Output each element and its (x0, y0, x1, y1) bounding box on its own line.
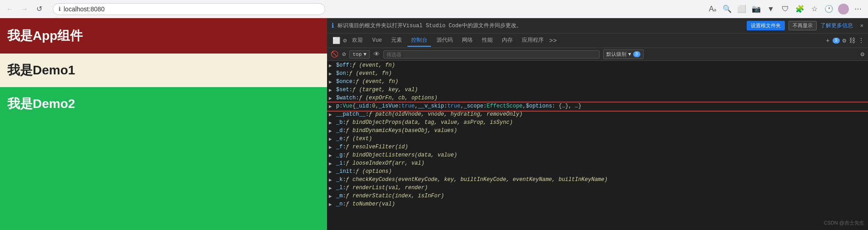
top-label: top (352, 52, 362, 57)
console-settings-icon[interactable]: ⚙ (861, 50, 864, 58)
console-toolbar: 🚫 ⊘ top ▼ 👁 默认级别 ▼ 3 ⚙ (327, 48, 868, 61)
expand-n-icon[interactable] (329, 201, 332, 207)
console-line-i: _i: ƒ looseIndexOf(arr, val) (327, 160, 868, 168)
inspect-icon[interactable]: ⬜ (332, 37, 340, 44)
extension-vividl-icon[interactable]: ▼ (765, 4, 776, 15)
sync-icon[interactable]: ⛓ (849, 37, 855, 44)
notification-close-icon[interactable]: ✕ (860, 22, 863, 29)
tab-network[interactable]: 网络 (458, 34, 476, 47)
app-title: 我是App组件 (0, 18, 327, 54)
console-line-d: _d: ƒ bindDynamicKeys(baseObj, values) (327, 127, 868, 135)
console-line-once: $once: ƒ (event, fn) (327, 78, 868, 86)
expand-m-icon[interactable] (329, 193, 332, 199)
url-bar[interactable]: ℹ localhost:8080 (53, 3, 325, 15)
avatar[interactable] (838, 4, 849, 15)
tab-vue[interactable]: Vue (368, 35, 386, 46)
learn-more-link[interactable]: 了解更多信息 (820, 22, 853, 29)
expand-watch-icon[interactable] (329, 95, 332, 101)
console-line-set: $set: ƒ (target, key, val) (327, 86, 868, 94)
console-line-m: _m: ƒ renderStatic(index, isInFor) (327, 192, 868, 201)
expand-g-icon[interactable] (329, 152, 332, 158)
main-area: 我是App组件 我是Demo1 我是Demo2 ℹ 标识项目的根文件夹以打开Vi… (0, 18, 868, 230)
tab-console[interactable]: 控制台 (407, 34, 431, 47)
console-line-g: _g: ƒ bindObjectListeners(data, value) (327, 152, 868, 160)
add-tab-icon[interactable]: + (826, 37, 829, 44)
level-badge: 3 (633, 51, 640, 57)
extension-shield-icon[interactable]: 🛡 (780, 4, 791, 15)
search-icon[interactable]: 🔍 (722, 4, 733, 15)
app-view: 我是App组件 我是Demo1 我是Demo2 (0, 18, 327, 230)
demo1-section: 我是Demo1 (0, 54, 327, 87)
console-content: $off: ƒ (event, fn) $on: ƒ (event, fn) $… (327, 61, 868, 230)
browser-chrome: ← → ↺ ℹ localhost:8080 Aₐ 🔍 ⬜ 📷 ▼ 🛡 🧩 ☆ … (0, 0, 868, 18)
tab-icon[interactable]: ⬜ (736, 4, 747, 15)
cursor-icon[interactable]: ⊘ (343, 37, 347, 44)
expand-e-icon[interactable] (329, 136, 332, 142)
watermark: CSDN @吉士先生 (824, 220, 864, 226)
expand-l-icon[interactable] (329, 185, 332, 191)
console-line-p: p: Vue { _uid: 0, _isVue: true, __v_skip… (327, 103, 868, 111)
console-line-l: _l: ƒ renderList(val, render) (327, 184, 868, 192)
expand-init-icon[interactable] (329, 169, 332, 175)
tab-sources[interactable]: 源代码 (433, 34, 456, 47)
set-root-button[interactable]: 设置根文件夹 (747, 21, 785, 30)
extension-icon[interactable]: 🧩 (794, 4, 805, 15)
notification-text: 标识项目的根文件夹以打开Visual Studio Code中的源文件并同步更改… (337, 22, 743, 29)
expand-k-icon[interactable] (329, 177, 332, 183)
more-options-icon[interactable]: ⋮ (858, 37, 864, 44)
screenshot-icon[interactable]: 📷 (751, 4, 762, 15)
level-select[interactable]: 默认级别 ▼ 3 (603, 49, 644, 59)
history-icon[interactable]: 🕐 (823, 4, 834, 15)
tab-welcome[interactable]: 欢迎 (348, 34, 367, 47)
filter-input[interactable] (383, 50, 600, 59)
favorites-icon[interactable]: ☆ (809, 4, 820, 15)
more-tabs-icon[interactable]: >> (549, 37, 557, 44)
settings-icon[interactable]: ⚙ (843, 37, 846, 44)
tab-elements[interactable]: 元素 (387, 34, 406, 47)
expand-off-icon[interactable] (329, 63, 332, 69)
block-icon[interactable]: ⊘ (342, 50, 346, 58)
tab-memory[interactable]: 内存 (498, 34, 516, 47)
level-label: 默认级别 (606, 51, 626, 58)
console-line-init: _init: ƒ (options) (327, 168, 868, 176)
devtools-notification: ℹ 标识项目的根文件夹以打开Visual Studio Code中的源文件并同步… (327, 18, 868, 34)
reload-button[interactable]: ↺ (34, 4, 45, 15)
url-text: localhost:8080 (64, 5, 104, 13)
clear-console-icon[interactable]: 🚫 (331, 50, 338, 58)
expand-on-icon[interactable] (329, 71, 332, 77)
devtools-tabs: ⬜ ⊘ 欢迎 Vue 元素 控制台 源代码 网络 性能 内存 应用程序 >> +… (327, 34, 868, 48)
devtools-panel: ℹ 标识项目的根文件夹以打开Visual Studio Code中的源文件并同步… (327, 18, 868, 230)
expand-i-icon[interactable] (329, 161, 332, 166)
dismiss-button[interactable]: 不再显示 (789, 21, 817, 30)
console-line-e: _e: ƒ (text) (327, 135, 868, 143)
info-icon: ℹ (59, 6, 61, 12)
console-line-f: _f: ƒ resolveFilter(id) (327, 143, 868, 152)
expand-p-icon[interactable] (329, 103, 332, 109)
notification-badge: 3 (833, 38, 840, 44)
console-line-patch: __patch__: ƒ patch(oldVnode, vnode, hydr… (327, 111, 868, 119)
tab-performance[interactable]: 性能 (478, 34, 496, 47)
back-button[interactable]: ← (5, 4, 15, 15)
expand-b-icon[interactable] (329, 120, 332, 126)
tab-left-icons: ⬜ ⊘ (332, 37, 347, 44)
demo2-section: 我是Demo2 (0, 87, 327, 230)
more-icon[interactable]: ⋯ (853, 4, 863, 15)
expand-f-icon[interactable] (329, 144, 332, 150)
console-line-b: _b: ƒ bindObjectProps(data, tag, value, … (327, 119, 868, 127)
tab-right-icons: + 3 ⚙ ⛓ ⋮ (826, 37, 864, 44)
expand-set-icon[interactable] (329, 87, 332, 93)
level-dropdown-icon: ▼ (628, 52, 631, 57)
console-line-on: $on: ƒ (event, fn) (327, 70, 868, 78)
font-size-icon[interactable]: Aₐ (707, 4, 718, 15)
context-dropdown-icon: ▼ (363, 52, 367, 57)
expand-d-icon[interactable] (329, 128, 332, 134)
expand-patch-icon[interactable] (329, 112, 332, 117)
tab-application[interactable]: 应用程序 (518, 34, 547, 47)
eye-icon[interactable]: 👁 (373, 51, 380, 58)
context-select[interactable]: top ▼ (349, 50, 369, 59)
console-line-k: _k: ƒ checkKeyCodes(eventKeyCode, key, b… (327, 176, 868, 184)
forward-button[interactable]: → (19, 4, 30, 15)
console-line-off: $off: ƒ (event, fn) (327, 62, 868, 70)
browser-actions: Aₐ 🔍 ⬜ 📷 ▼ 🛡 🧩 ☆ 🕐 ⋯ (707, 4, 863, 15)
expand-once-icon[interactable] (329, 79, 332, 85)
